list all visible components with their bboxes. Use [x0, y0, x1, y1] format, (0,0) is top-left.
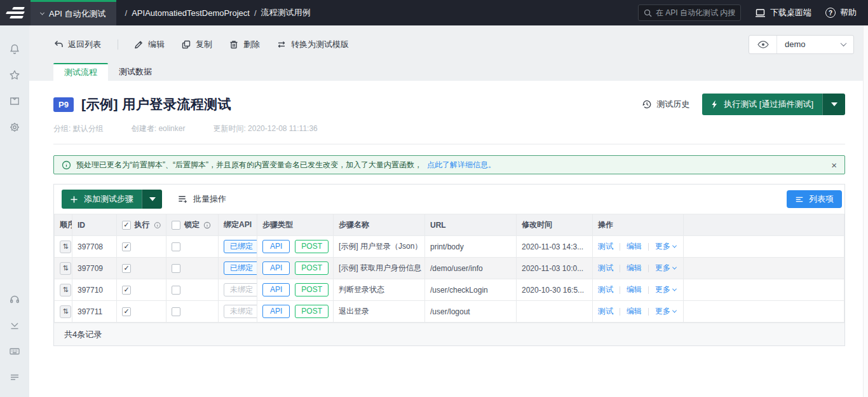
cell-url: /user/checkLogin — [425, 279, 517, 301]
add-step-dropdown-button[interactable] — [142, 190, 162, 209]
logo-bar — [6, 11, 25, 14]
caret-down-icon — [149, 197, 156, 201]
cell-modified: 2020-11-03 14:3... — [517, 236, 593, 258]
row-edit-link[interactable]: 编辑 — [627, 284, 642, 295]
exec-checkbox[interactable]: ✓ — [122, 242, 131, 251]
exec-checkbox[interactable]: ✓ — [122, 307, 131, 316]
settings-button[interactable] — [6, 119, 23, 136]
bind-status-badge: 未绑定 — [224, 305, 257, 318]
menu-lines-icon — [9, 372, 20, 383]
bind-status-badge: 已绑定 — [224, 261, 257, 275]
search-icon — [644, 9, 652, 17]
back-to-list-label: 返回列表 — [68, 39, 101, 50]
delete-button[interactable]: 删除 — [229, 39, 260, 50]
meta-group: 分组: 默认分组 — [53, 123, 104, 134]
logo-bar — [12, 7, 25, 10]
run-test-dropdown-button[interactable] — [822, 94, 845, 115]
row-more-link[interactable]: 更多 — [655, 284, 676, 295]
col-step-name: 步骤名称 — [334, 214, 425, 236]
batch-operations-button[interactable]: 批量操作 — [177, 193, 226, 205]
row-more-link[interactable]: 更多 — [655, 241, 676, 252]
content-panel: P9 [示例] 用户登录流程测试 测试历史 执行测试 [通过插件测试] — [29, 81, 868, 397]
support-button[interactable] — [6, 291, 23, 307]
shortcut-keys-button[interactable] — [6, 343, 23, 359]
test-history-button[interactable]: 测试历史 — [642, 99, 689, 110]
list-columns-button[interactable]: 列表项 — [787, 190, 842, 208]
drag-handle[interactable]: ⇅ — [60, 305, 71, 318]
projects-button[interactable] — [6, 93, 23, 109]
row-test-link[interactable]: 测试 — [598, 306, 613, 317]
drag-handle[interactable]: ⇅ — [60, 284, 71, 296]
cell-url: print/body — [425, 236, 517, 258]
row-test-link[interactable]: 测试 — [598, 284, 613, 295]
pencil-icon — [133, 39, 144, 50]
app-logo[interactable] — [0, 0, 31, 25]
banner-detail-link[interactable]: 点此了解详细信息。 — [427, 160, 496, 171]
download-center-button[interactable] — [6, 317, 23, 333]
search-input[interactable] — [656, 8, 735, 17]
notifications-button[interactable] — [6, 41, 23, 57]
lock-checkbox[interactable] — [172, 264, 180, 273]
col-order: 顺序 — [55, 214, 72, 236]
back-to-list-button[interactable]: 返回列表 — [53, 39, 101, 50]
row-more-link[interactable]: 更多 — [655, 306, 676, 317]
swap-arrows-icon — [276, 39, 287, 50]
batch-operations-label: 批量操作 — [193, 193, 226, 205]
row-edit-link[interactable]: 编辑 — [627, 241, 642, 252]
cell-modified: 2020-11-03 10:0... — [517, 258, 593, 279]
info-banner: 预处理已更名为“前置脚本”、“后置脚本”，并且原有的内置变量命名已发生改变，加入… — [53, 155, 845, 174]
breadcrumb-project[interactable]: APIAutomatiedTestDemoProject — [132, 8, 250, 18]
copy-icon — [181, 39, 191, 50]
help-link[interactable]: ? 帮助 — [825, 7, 857, 18]
table-row: ⇅ 397708 ✓ 已绑定 APIPOST [示例] 用户登录（Json） p… — [55, 236, 844, 258]
exec-checkbox[interactable]: ✓ — [122, 264, 131, 273]
product-switcher[interactable]: API 自动化测试 — [31, 0, 116, 25]
post-badge: POST — [295, 261, 329, 275]
row-edit-link[interactable]: 编辑 — [627, 306, 642, 317]
add-step-button[interactable]: 添加测试步骤 — [62, 190, 142, 209]
row-more-link[interactable]: 更多 — [655, 263, 676, 274]
download-desktop-link[interactable]: 下载桌面端 — [755, 7, 811, 18]
global-search-box[interactable] — [638, 4, 741, 21]
drag-handle[interactable]: ⇅ — [60, 262, 71, 275]
banner-close-button[interactable]: × — [831, 160, 837, 170]
row-test-link[interactable]: 测试 — [598, 263, 613, 274]
copy-label: 复制 — [196, 39, 212, 50]
tab-test-flow[interactable]: 测试流程 — [53, 63, 108, 81]
breadcrumb-separator: / — [254, 8, 257, 18]
lock-select-all-checkbox[interactable] — [172, 221, 180, 230]
meta-updated: 更新时间: 2020-12-08 11:11:36 — [213, 123, 317, 134]
list-columns-label: 列表项 — [809, 193, 834, 205]
lock-checkbox[interactable] — [172, 242, 180, 251]
col-url: URL — [425, 214, 517, 236]
exec-select-all-checkbox[interactable]: ✓ — [122, 221, 131, 230]
bind-status-badge: 未绑定 — [224, 283, 257, 296]
env-preview-button[interactable] — [749, 36, 777, 53]
main-content: 返回列表 编辑 复制 删除 转换为测试模版 — [29, 25, 868, 397]
convert-to-template-button[interactable]: 转换为测试模版 — [276, 39, 349, 50]
copy-button[interactable]: 复制 — [181, 39, 212, 50]
col-modified: 修改时间 — [517, 214, 593, 236]
section-divider — [53, 144, 845, 144]
env-select-value: demo — [785, 39, 806, 49]
tabs: 测试流程 测试数据 — [29, 63, 868, 81]
exec-checkbox[interactable]: ✓ — [122, 286, 131, 295]
scrollbar[interactable] — [863, 25, 868, 397]
row-test-link[interactable]: 测试 — [598, 241, 613, 252]
bell-icon — [9, 43, 20, 55]
lock-checkbox[interactable] — [172, 307, 180, 316]
environment-control: demo — [749, 35, 854, 54]
drag-handle[interactable]: ⇅ — [60, 240, 71, 253]
edit-button[interactable]: 编辑 — [133, 39, 165, 50]
row-edit-link[interactable]: 编辑 — [627, 263, 642, 274]
api-badge: API — [262, 305, 290, 318]
lock-checkbox[interactable] — [172, 286, 180, 295]
history-icon — [642, 99, 652, 109]
topbar-right: 下载桌面端 ? 帮助 — [638, 0, 868, 25]
env-select[interactable]: demo — [777, 36, 853, 53]
run-test-button[interactable]: 执行测试 [通过插件测试] — [702, 94, 822, 115]
bind-status-badge: 已绑定 — [224, 240, 257, 253]
favorites-button[interactable] — [6, 67, 23, 83]
menu-button[interactable] — [6, 369, 23, 386]
tab-test-data[interactable]: 测试数据 — [108, 63, 163, 81]
